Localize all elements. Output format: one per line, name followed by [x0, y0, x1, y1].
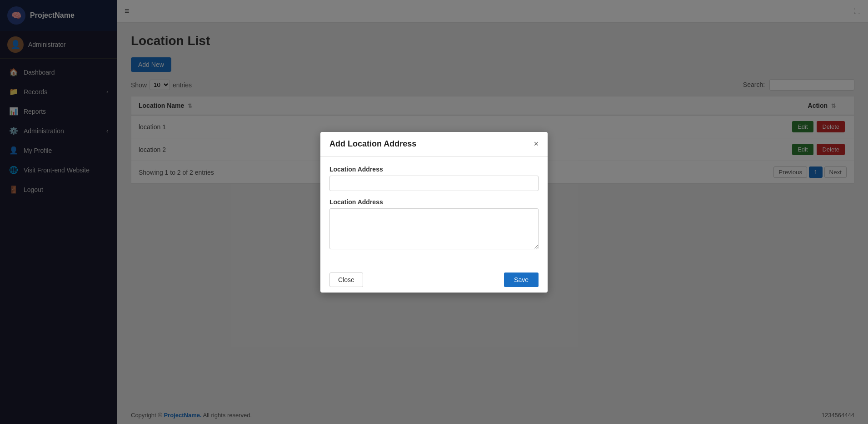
- modal-overlay[interactable]: Add Location Address × Location Address …: [0, 0, 868, 424]
- field1-label: Location Address: [329, 166, 539, 173]
- modal-footer: Close Save: [320, 267, 548, 293]
- form-group-location-address-1: Location Address: [329, 166, 539, 191]
- location-address-textarea[interactable]: [329, 208, 539, 249]
- modal-save-button[interactable]: Save: [504, 273, 539, 287]
- form-group-location-address-2: Location Address: [329, 198, 539, 251]
- modal-dialog: Add Location Address × Location Address …: [320, 132, 548, 293]
- location-address-input-1[interactable]: [329, 176, 539, 191]
- modal-close-button[interactable]: ×: [534, 140, 539, 148]
- modal-body: Location Address Location Address: [320, 156, 548, 267]
- modal-header: Add Location Address ×: [320, 132, 548, 156]
- modal-close-modal-button[interactable]: Close: [329, 273, 363, 287]
- field2-label: Location Address: [329, 198, 539, 206]
- modal-title: Add Location Address: [329, 139, 416, 149]
